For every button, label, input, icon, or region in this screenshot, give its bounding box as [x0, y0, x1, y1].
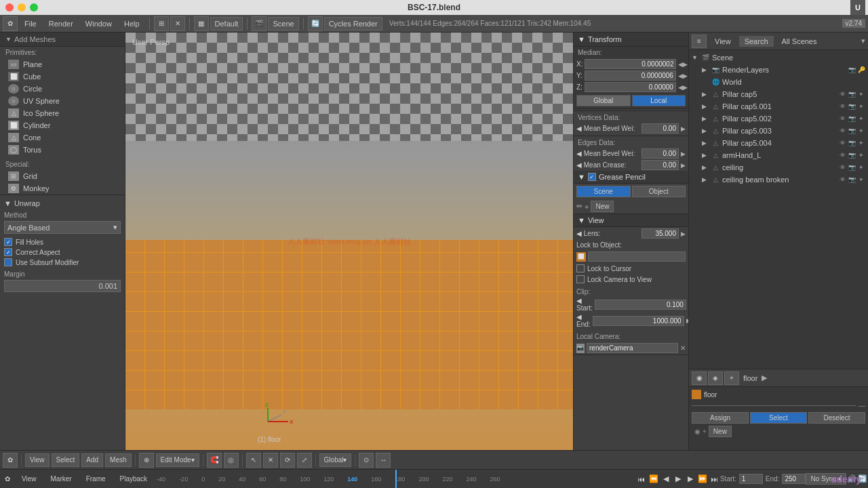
scene-icon[interactable]: 🎬: [252, 16, 267, 31]
tb-tool-3[interactable]: ⟳: [280, 453, 295, 468]
p5-render[interactable]: ✦: [857, 90, 865, 98]
tb-snap-icon[interactable]: ⊙: [359, 453, 374, 468]
tb-proportional-icon[interactable]: ◎: [224, 453, 239, 468]
x-arrow[interactable]: ◀▶: [678, 61, 688, 68]
play-button[interactable]: ▶: [673, 474, 684, 485]
tree-item-world[interactable]: 🌐 World: [689, 76, 868, 88]
outliner-tab-view[interactable]: View: [709, 36, 736, 47]
p5003-triangle[interactable]: ▶: [702, 127, 709, 134]
tb-tool-4[interactable]: ⤢: [297, 453, 312, 468]
tree-item-pillar5-001[interactable]: ▶ △ Pillar cap5.001 👁 📷 ✦: [689, 100, 868, 113]
outliner-tab-search[interactable]: Search: [739, 36, 774, 47]
menu-window[interactable]: Window: [80, 18, 117, 29]
p5004-camera[interactable]: 📷: [848, 139, 856, 147]
mesh-item-circle[interactable]: ○ Circle: [0, 83, 125, 95]
add-menu[interactable]: Add: [81, 453, 103, 467]
z-input[interactable]: [585, 82, 676, 92]
ceil-eye[interactable]: 👁: [838, 163, 846, 171]
edge-bevel-arrow[interactable]: ▶: [681, 150, 686, 157]
prev-keyframe-button[interactable]: ⏪: [648, 474, 659, 485]
global-dropdown[interactable]: Global ▾: [319, 453, 352, 467]
end-input[interactable]: [593, 316, 684, 326]
ceil-camera[interactable]: 📷: [848, 163, 856, 171]
tree-item-pillar5[interactable]: ▶ △ Pillar cap5 👁 📷 ✦: [689, 88, 868, 100]
p5003-camera[interactable]: 📷: [848, 127, 856, 135]
end-frame-input[interactable]: [782, 474, 806, 484]
z-arrow[interactable]: ◀▶: [678, 84, 688, 91]
tb-tool-1[interactable]: ↖: [246, 453, 261, 468]
tree-item-armhand[interactable]: ▶ △ armHand_L 👁 📷 ✦: [689, 149, 868, 161]
gp-plus-icon[interactable]: +: [585, 203, 589, 211]
maximize-button[interactable]: [30, 3, 38, 12]
transform-triangle[interactable]: ▼: [578, 35, 585, 43]
mode-dropdown[interactable]: Default: [210, 17, 243, 30]
tree-item-pillar5-003[interactable]: ▶ △ Pillar cap5.003 👁 📷 ✦: [689, 125, 868, 137]
x-input[interactable]: [585, 59, 676, 69]
subsurf-row[interactable]: Use Subsurf Modifier: [4, 258, 121, 266]
edge-bevel-value[interactable]: 0.00: [642, 148, 679, 159]
deselect-button[interactable]: Deselect: [808, 412, 865, 424]
engine-dropdown[interactable]: Cycles Render: [324, 17, 382, 30]
start-frame-input[interactable]: [739, 474, 763, 484]
lens-arrow[interactable]: ▶: [681, 230, 686, 237]
scene-triangle[interactable]: ▼: [692, 54, 698, 61]
gp-scene-tab[interactable]: Scene: [576, 186, 631, 197]
viewport[interactable]: 人人素材社 www.rrcg.cn 人人素材社 User Persp (1) f…: [125, 33, 573, 450]
gp-new-button[interactable]: New: [591, 201, 614, 212]
p5003-eye[interactable]: 👁: [838, 127, 846, 135]
ceilb-render[interactable]: ✦: [857, 176, 865, 184]
ceil-triangle[interactable]: ▶: [702, 164, 709, 171]
timeline-scrubber[interactable]: [395, 470, 397, 488]
mesh-item-grid[interactable]: ⊞ Grid: [0, 170, 125, 182]
lock-to-object-row[interactable]: ⬜: [574, 250, 688, 263]
tb-blender-icon[interactable]: ✿: [3, 453, 18, 468]
tl-left-icon[interactable]: ✿: [0, 472, 15, 487]
ceilb-eye[interactable]: 👁: [838, 176, 846, 184]
new-material-button[interactable]: New: [709, 426, 732, 437]
arm-camera[interactable]: 📷: [848, 151, 856, 159]
timeline-ruler[interactable]: -40 -20 0 20 40 60 80 100 120 140 160 18…: [154, 470, 636, 488]
bevel-wei-value[interactable]: 0.00: [642, 123, 679, 134]
close-button[interactable]: [5, 3, 14, 12]
outliner-tab-all-scenes[interactable]: All Scenes: [776, 36, 823, 47]
ceilb-camera[interactable]: 📷: [848, 176, 856, 184]
p5004-render[interactable]: ✦: [857, 139, 865, 147]
local-button[interactable]: Local: [632, 95, 686, 106]
tree-item-pillar5-004[interactable]: ▶ △ Pillar cap5.004 👁 📷 ✦: [689, 137, 868, 149]
mesh-menu[interactable]: Mesh: [105, 453, 131, 467]
tree-item-scene[interactable]: ▼ 🎬 Scene: [689, 52, 868, 64]
tl-playback-tab[interactable]: Playback: [113, 474, 155, 484]
outliner-arrow[interactable]: ▾: [861, 37, 865, 45]
mesh-item-cone[interactable]: △ Cone: [0, 131, 125, 144]
mesh-item-cube[interactable]: ⬜ Cube: [0, 70, 125, 83]
tb-tool-2[interactable]: ✕: [263, 453, 278, 468]
p5003-render[interactable]: ✦: [857, 127, 865, 135]
crease-value[interactable]: 0.00: [642, 160, 679, 170]
mesh-item-plane[interactable]: ▭ Plane: [0, 58, 125, 70]
lens-input[interactable]: [642, 228, 679, 239]
crease-arrow[interactable]: ▶: [681, 162, 686, 169]
view-triangle[interactable]: ▼: [578, 216, 585, 224]
arm-render[interactable]: ✦: [857, 151, 865, 159]
p5001-render[interactable]: ✦: [857, 102, 865, 110]
global-button[interactable]: Global: [576, 95, 631, 106]
props-icon-3[interactable]: +: [724, 371, 739, 385]
unwrap-triangle[interactable]: ▼: [4, 199, 12, 207]
p5002-eye[interactable]: 👁: [838, 115, 846, 123]
jump-start-button[interactable]: ⏮: [636, 474, 647, 485]
edit-mode-dropdown[interactable]: Edit Mode ▾: [156, 453, 199, 467]
p5004-triangle[interactable]: ▶: [702, 140, 709, 146]
bevel-arrow[interactable]: ▶: [681, 125, 686, 132]
prev-frame-button[interactable]: ◀: [660, 474, 671, 485]
gp-triangle[interactable]: ▼: [578, 173, 585, 181]
p5002-camera[interactable]: 📷: [848, 115, 856, 123]
tree-item-renderlayers[interactable]: ▶ 📷 RenderLayers 📷 🔑: [689, 64, 868, 76]
tb-mirror-icon[interactable]: ↔: [376, 453, 391, 468]
next-keyframe-button[interactable]: ⏩: [697, 474, 708, 485]
correct-aspect-row[interactable]: Correct Aspect: [4, 248, 121, 256]
editor-type-button[interactable]: ⊞: [154, 16, 169, 31]
arm-triangle[interactable]: ▶: [702, 152, 709, 159]
select-menu[interactable]: Select: [52, 453, 80, 467]
mesh-item-cylinder[interactable]: ⬜ Cylinder: [0, 119, 125, 131]
tree-item-pillar5-002[interactable]: ▶ △ Pillar cap5.002 👁 📷 ✦: [689, 113, 868, 125]
